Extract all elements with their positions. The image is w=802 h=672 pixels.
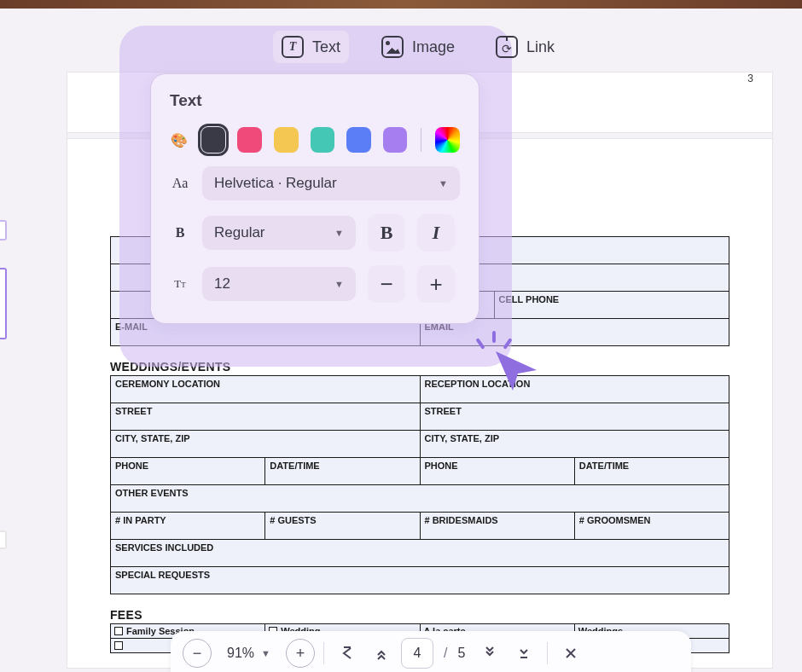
zoom-in-button[interactable]: + [286,639,315,668]
field-phone-right[interactable]: PHONE [420,458,574,485]
color-swatch-black[interactable] [201,127,226,153]
field-csz-right[interactable]: CITY, STATE, ZIP [420,431,729,458]
prev-page-button[interactable] [367,639,396,668]
field-groomsmen[interactable]: # GROOMSMEN [574,513,729,540]
field-other-events[interactable]: OTHER EVENTS [111,485,729,513]
font-select[interactable]: Helvetica · Regular ▼ [202,166,460,200]
bold-button[interactable]: B [368,214,405,252]
field-street-left[interactable]: STREET [111,403,421,431]
font-icon: Aa [170,176,190,191]
thumbnail-page-current[interactable] [0,268,7,339]
color-swatch-yellow[interactable] [274,127,299,153]
zoom-select[interactable]: 91% ▼ [217,640,281,666]
chevron-down-icon: ▼ [439,178,448,188]
field-services-included[interactable]: SERVICES INCLUDED [111,540,729,567]
page-separator: / [439,646,452,661]
field-ceremony-location[interactable]: CEREMONY LOCATION [111,376,421,403]
color-swatch-blue[interactable] [346,127,371,153]
chevron-down-icon: ▼ [334,228,344,238]
last-page-button[interactable] [509,639,538,668]
field-cell-phone[interactable]: CELL PHONE [494,292,729,319]
page-controls-bar: − 91% ▼ + / 5 [171,631,691,672]
field-datetime-left[interactable]: DATE/TIME [265,458,420,485]
divider [421,128,421,152]
insert-link-button[interactable]: Link [487,31,563,63]
text-style-panel: Text 🎨 Aa Helvetica · Regular ▼ B Regula… [150,73,479,324]
zoom-out-button[interactable]: − [183,639,212,668]
weddings-table: CEREMONY LOCATION RECEPTION LOCATION STR… [110,375,729,594]
color-swatch-pink[interactable] [237,127,262,153]
size-select[interactable]: 12 ▼ [202,267,356,301]
chevron-down-icon: ▼ [334,279,344,289]
weight-select[interactable]: Regular ▼ [202,216,356,250]
page-number-input[interactable] [401,638,433,669]
zoom-value: 91% [227,646,254,661]
color-swatch-teal[interactable] [311,127,335,153]
font-select-value: Helvetica · Regular [214,175,337,192]
insert-text-button[interactable]: T Text [273,31,349,63]
divider [547,642,548,664]
size-icon: TT [170,277,190,291]
text-icon: T [282,36,304,58]
size-increase-button[interactable]: + [417,265,455,303]
text-panel-title: Text [170,91,460,110]
insert-link-label: Link [526,38,555,56]
link-icon [496,36,518,58]
color-swatch-purple[interactable] [383,127,408,153]
field-phone-left[interactable]: PHONE [111,458,265,485]
size-decrease-button[interactable]: − [368,265,405,303]
section-fees-heading: FEES [110,608,729,622]
field-bridesmaids[interactable]: # BRIDESMAIDS [420,513,574,540]
weight-row: B Regular ▼ B I [170,214,460,252]
color-row: 🎨 [170,127,460,153]
font-row: Aa Helvetica · Regular ▼ [170,166,460,200]
page-total: 5 [457,646,470,661]
thumbnail-page-next[interactable] [0,530,7,549]
checkbox-icon[interactable] [114,627,123,635]
insert-image-label: Image [412,38,455,56]
field-in-party[interactable]: # IN PARTY [111,513,265,540]
size-select-value: 12 [214,275,230,293]
app-titlebar-strip [0,0,802,9]
field-datetime-right[interactable]: DATE/TIME [574,458,729,485]
divider [323,642,324,664]
first-page-button[interactable] [333,639,362,668]
weight-select-value: Regular [214,224,265,241]
insert-image-button[interactable]: Image [373,31,463,63]
page-number: 3 [747,72,753,84]
checkbox-icon[interactable] [114,641,123,650]
field-reception-location[interactable]: RECEPTION LOCATION [420,376,729,403]
insert-text-label: Text [312,38,340,56]
field-guests[interactable]: # GUESTS [265,513,420,540]
color-swatch-custom[interactable] [435,127,460,153]
image-icon [381,36,404,58]
next-page-button[interactable] [475,639,504,668]
size-row: TT 12 ▼ − + [170,265,460,303]
field-street-right[interactable]: STREET [420,403,729,431]
close-button[interactable] [556,639,585,668]
field-special-requests[interactable]: SPECIAL REQUESTS [111,567,729,594]
italic-button[interactable]: I [417,214,455,252]
chevron-down-icon: ▼ [261,648,270,658]
field-csz-left[interactable]: CITY, STATE, ZIP [111,431,421,458]
weight-icon: B [170,225,190,240]
palette-icon: 🎨 [170,132,189,148]
insert-toolbar: T Text Image Link [273,31,563,63]
thumbnail-page-1[interactable] [0,220,7,240]
